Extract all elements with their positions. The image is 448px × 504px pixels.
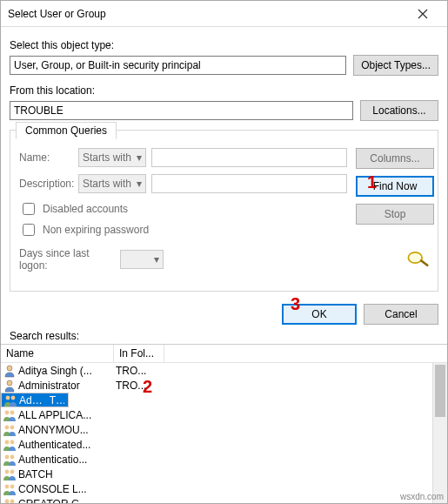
columns-button[interactable]: Columns... bbox=[356, 148, 434, 169]
disabled-accounts-label: Disabled accounts bbox=[43, 203, 128, 215]
close-button[interactable] bbox=[405, 2, 440, 26]
row-name: CREATOR G... bbox=[18, 498, 116, 505]
svg-point-17 bbox=[10, 469, 15, 474]
days-since-logon-label: Days since last logon: bbox=[19, 247, 115, 272]
group-icon bbox=[3, 423, 17, 437]
table-row[interactable]: CREATOR G... bbox=[1, 496, 447, 504]
table-row[interactable]: ALL APPLICA... bbox=[1, 407, 447, 422]
close-icon bbox=[418, 9, 428, 19]
name-mode-select[interactable]: Starts with▾ bbox=[78, 148, 146, 167]
group-icon bbox=[3, 497, 17, 505]
scrollbar[interactable]: ▲ ▼ bbox=[432, 363, 447, 504]
location-field[interactable] bbox=[10, 101, 353, 120]
find-now-button[interactable]: Find Now bbox=[356, 176, 434, 197]
svg-line-3 bbox=[421, 261, 427, 265]
description-input[interactable] bbox=[151, 174, 347, 193]
bottom-bar: OK Cancel bbox=[1, 295, 447, 330]
row-name: ANONYMOU... bbox=[18, 424, 116, 436]
table-row[interactable]: Aditya Singh (...TRO... bbox=[1, 363, 447, 378]
ok-button[interactable]: OK bbox=[282, 304, 357, 325]
column-folder[interactable]: In Fol... bbox=[114, 345, 164, 362]
object-type-label: Select this object type: bbox=[10, 39, 438, 51]
dialog-content: Select this object type: Object Types...… bbox=[1, 27, 447, 295]
description-label: Description: bbox=[19, 178, 73, 190]
common-queries-panel: Common Queries Name: Starts with▾ Descri… bbox=[10, 130, 438, 292]
cancel-button[interactable]: Cancel bbox=[364, 304, 438, 325]
results-body: Aditya Singh (...TRO...AdministratorTRO.… bbox=[1, 363, 447, 504]
svg-point-13 bbox=[10, 440, 15, 444]
row-name: Aditya Singh (... bbox=[18, 365, 116, 377]
row-name: ALL APPLICA... bbox=[18, 409, 116, 421]
locations-button[interactable]: Locations... bbox=[360, 100, 438, 121]
table-row[interactable]: Authenticatio... bbox=[1, 452, 447, 467]
titlebar: Select User or Group bbox=[1, 1, 447, 27]
object-type-field[interactable] bbox=[10, 56, 346, 75]
row-name: Administrator bbox=[18, 380, 116, 392]
svg-point-10 bbox=[5, 425, 10, 429]
chevron-down-icon: ▾ bbox=[137, 178, 142, 190]
group-icon bbox=[3, 408, 17, 422]
results-list[interactable]: Aditya Singh (...TRO...AdministratorTRO.… bbox=[1, 363, 447, 504]
row-name: CONSOLE L... bbox=[18, 483, 116, 495]
row-name: Authenticatio... bbox=[18, 454, 116, 466]
row-folder: TRO... bbox=[116, 365, 164, 377]
disabled-accounts-checkbox[interactable] bbox=[23, 203, 35, 215]
window-title: Select User or Group bbox=[8, 8, 405, 20]
name-label: Name: bbox=[19, 151, 73, 164]
svg-point-8 bbox=[5, 410, 10, 414]
svg-point-12 bbox=[5, 440, 10, 444]
object-types-button[interactable]: Object Types... bbox=[353, 55, 438, 76]
chevron-down-icon: ▾ bbox=[154, 253, 159, 265]
svg-point-20 bbox=[5, 499, 10, 503]
svg-point-9 bbox=[10, 410, 15, 414]
group-icon bbox=[3, 467, 17, 481]
svg-point-18 bbox=[5, 484, 10, 488]
tab-common-queries[interactable]: Common Queries bbox=[16, 122, 117, 139]
svg-point-15 bbox=[10, 454, 15, 459]
user-icon bbox=[3, 364, 17, 378]
scroll-thumb[interactable] bbox=[435, 365, 445, 417]
table-row[interactable]: CONSOLE L... bbox=[1, 481, 447, 496]
row-name: Administrators bbox=[19, 394, 50, 407]
description-mode-select[interactable]: Starts with▾ bbox=[78, 174, 146, 193]
table-row[interactable]: ANONYMOU... bbox=[1, 422, 447, 437]
search-icon bbox=[405, 247, 429, 268]
svg-point-4 bbox=[7, 366, 12, 371]
svg-point-19 bbox=[10, 484, 15, 488]
table-row[interactable]: AdministratorsTRO... bbox=[1, 393, 69, 407]
svg-point-2 bbox=[408, 252, 422, 263]
stop-button[interactable]: Stop bbox=[356, 204, 434, 225]
chevron-down-icon: ▾ bbox=[137, 151, 142, 164]
search-results-label: Search results: bbox=[1, 330, 447, 342]
group-icon bbox=[3, 453, 17, 467]
name-input[interactable] bbox=[151, 148, 347, 167]
group-icon bbox=[3, 438, 17, 452]
svg-point-7 bbox=[11, 395, 16, 400]
svg-point-14 bbox=[5, 454, 10, 459]
row-folder: TRO... bbox=[50, 394, 64, 407]
days-select[interactable]: ▾ bbox=[120, 250, 164, 269]
non-expiring-checkbox[interactable] bbox=[23, 224, 35, 236]
svg-point-21 bbox=[10, 499, 15, 503]
column-name[interactable]: Name bbox=[1, 345, 114, 362]
svg-point-5 bbox=[7, 380, 12, 386]
svg-point-6 bbox=[6, 395, 10, 400]
row-folder: TRO... bbox=[116, 380, 164, 392]
results-header: Name In Fol... bbox=[1, 344, 447, 363]
group-icon bbox=[3, 393, 17, 407]
user-icon bbox=[3, 379, 17, 393]
svg-point-11 bbox=[10, 425, 15, 429]
group-icon bbox=[3, 482, 17, 496]
table-row[interactable]: Authenticated... bbox=[1, 437, 447, 452]
location-label: From this location: bbox=[10, 84, 438, 97]
watermark: wsxdn.com bbox=[400, 492, 444, 501]
row-name: BATCH bbox=[18, 468, 116, 480]
table-row[interactable]: BATCH bbox=[1, 467, 447, 481]
svg-point-16 bbox=[5, 469, 10, 474]
row-name: Authenticated... bbox=[18, 439, 116, 451]
non-expiring-label: Non expiring password bbox=[43, 224, 149, 236]
table-row[interactable]: AdministratorTRO... bbox=[1, 378, 447, 393]
